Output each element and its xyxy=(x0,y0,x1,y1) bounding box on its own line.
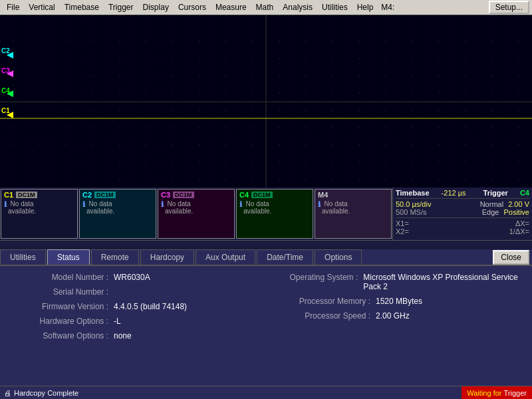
ch-c2-name: C2 xyxy=(82,191,92,199)
timebase-divs: 50.0 µs/div xyxy=(396,200,431,208)
tab-status[interactable]: Status xyxy=(47,249,90,265)
menu-file[interactable]: File xyxy=(3,1,23,13)
proc-memory-label: Processor Memory : xyxy=(273,297,376,306)
tab-datetime[interactable]: Date/Time xyxy=(257,249,313,265)
menu-utilities[interactable]: Utilities xyxy=(318,1,352,13)
ch-c2-box: C2 DC1M ℹ No dataavailable. xyxy=(79,189,156,239)
ch-c1-box: C1 DC1M ℹ No dataavailable. xyxy=(1,189,78,239)
software-options-val: none xyxy=(114,331,132,340)
menu-trigger[interactable]: Trigger xyxy=(104,1,138,13)
ch-m4-name: M4 xyxy=(318,191,328,199)
trigger-ch: C4 xyxy=(520,189,529,197)
tab-container: Utilities Status Remote Hardcopy Aux Out… xyxy=(0,249,532,389)
menu-measure[interactable]: Measure xyxy=(211,1,251,13)
scope-svg xyxy=(0,15,532,188)
menu-analysis[interactable]: Analysis xyxy=(279,1,317,13)
ch-c2-label: C2 xyxy=(1,47,10,55)
menu-math[interactable]: Math xyxy=(252,1,278,13)
proc-memory-val: 1520 MBytes xyxy=(376,297,422,306)
trigger-status: Waiting for Trigger xyxy=(462,386,532,399)
x1-label: X1= xyxy=(396,219,409,227)
timebase-value: -212 µs xyxy=(442,189,466,197)
ch-c4-name: C4 xyxy=(239,191,249,199)
hardware-options-label: Hardware Options : xyxy=(11,317,114,326)
ch-c1-name: C1 xyxy=(4,191,13,199)
ch-c3-badge: DC1M xyxy=(173,192,194,198)
timebase-trigger-panel: Timebase -212 µs Trigger C4 50.0 µs/div … xyxy=(392,188,532,240)
menu-bar: File Vertical Timebase Trigger Display C… xyxy=(0,0,532,15)
ch-c3-no-data: No dataavailable. xyxy=(165,200,193,215)
firmware-label: Firmware Version : xyxy=(11,302,114,311)
close-button[interactable]: Close xyxy=(493,250,529,265)
ch-c1-info-icon: ℹ xyxy=(4,200,7,209)
tab-aux-output[interactable]: Aux Output xyxy=(196,249,255,265)
trigger-mode: Normal xyxy=(480,200,503,208)
ch-m4-info-icon: ℹ xyxy=(318,200,321,209)
hardcopy-icon: 🖨 xyxy=(4,389,11,397)
software-options-label: Software Options : xyxy=(11,331,114,340)
ch-c4-badge: DC1M xyxy=(251,192,273,198)
timebase-label: Timebase xyxy=(396,189,430,197)
tab-options[interactable]: Options xyxy=(315,249,362,265)
ch-c2-info-icon: ℹ xyxy=(82,200,85,209)
os-label: Operating System : xyxy=(273,273,363,291)
ch-c1-label: C1 xyxy=(1,107,10,114)
status-bar: 🖨 Hardcopy Complete Waiting for Trigger xyxy=(0,386,532,399)
trigger-waiting-text: Waiting for xyxy=(467,389,501,397)
trigger-slope: Positive xyxy=(503,208,529,216)
hardcopy-status: 🖨 Hardcopy Complete xyxy=(0,389,78,397)
ch-c4-label: C4 xyxy=(1,87,10,94)
ch-c1-no-data: No dataavailable. xyxy=(8,200,36,215)
ch-c2-no-data: No dataavailable. xyxy=(86,200,114,215)
ch-c4-no-data: No dataavailable. xyxy=(243,200,271,215)
firmware-val: 4.4.0.5 (build 74148) xyxy=(114,302,187,311)
ch-m4-no-data: No dataavailable. xyxy=(322,200,350,215)
model-number-label: Model Number : xyxy=(11,273,114,282)
ch-c4-info-icon: ℹ xyxy=(239,200,242,209)
proc-speed-val: 2.00 GHz xyxy=(376,311,410,321)
trigger-type: Edge xyxy=(482,208,499,216)
ch-c3-box: C3 DC1M ℹ No dataavailable. xyxy=(158,189,235,239)
tab-utilities[interactable]: Utilities xyxy=(0,249,46,265)
dx-label: ΔX= xyxy=(515,219,529,227)
hardware-options-val: -L xyxy=(114,317,121,326)
hardcopy-text: Hardcopy Complete xyxy=(14,389,78,397)
menu-cursors[interactable]: Cursors xyxy=(174,1,210,13)
tab-bar: Utilities Status Remote Hardcopy Aux Out… xyxy=(0,249,532,266)
ch-c1-badge: DC1M xyxy=(16,192,37,198)
ch-c3-info-icon: ℹ xyxy=(161,200,164,209)
menu-help[interactable]: Help xyxy=(353,1,378,13)
trigger-word-text: Trigger xyxy=(504,389,527,397)
menu-display[interactable]: Display xyxy=(139,1,173,13)
serial-number-label: Serial Number : xyxy=(11,287,114,297)
proc-speed-label: Processor Speed : xyxy=(273,311,376,321)
os-val: Microsoft Windows XP Professional Servic… xyxy=(363,273,521,291)
ch-c4-box: C4 DC1M ℹ No dataavailable. xyxy=(236,189,313,239)
ch-c2-badge: DC1M xyxy=(94,192,116,198)
tab-content: Model Number : WR6030A Serial Number : F… xyxy=(0,266,532,389)
inv-dx-label: 1/ΔX= xyxy=(509,227,529,235)
setup-button[interactable]: Setup... xyxy=(489,1,529,14)
x2-label: X2= xyxy=(396,227,409,235)
model-number-val: WR6030A xyxy=(114,273,150,282)
menu-timebase[interactable]: Timebase xyxy=(61,1,103,13)
trigger-label: Trigger xyxy=(483,189,508,197)
tab-hardcopy[interactable]: Hardcopy xyxy=(140,249,194,265)
ch-m4-box: M4 ℹ No dataavailable. xyxy=(315,189,392,239)
ch-c3-label: C3 xyxy=(1,67,10,74)
scope-grid: C2 C3 C4 C1 xyxy=(0,15,532,188)
tab-remote[interactable]: Remote xyxy=(91,249,139,265)
m4-label: M4: xyxy=(378,3,397,12)
ch-c3-name: C3 xyxy=(161,191,170,199)
mem-label: 500 MS/s xyxy=(396,208,431,216)
menu-vertical[interactable]: Vertical xyxy=(25,1,59,13)
trigger-level: 2.00 V xyxy=(508,200,529,208)
